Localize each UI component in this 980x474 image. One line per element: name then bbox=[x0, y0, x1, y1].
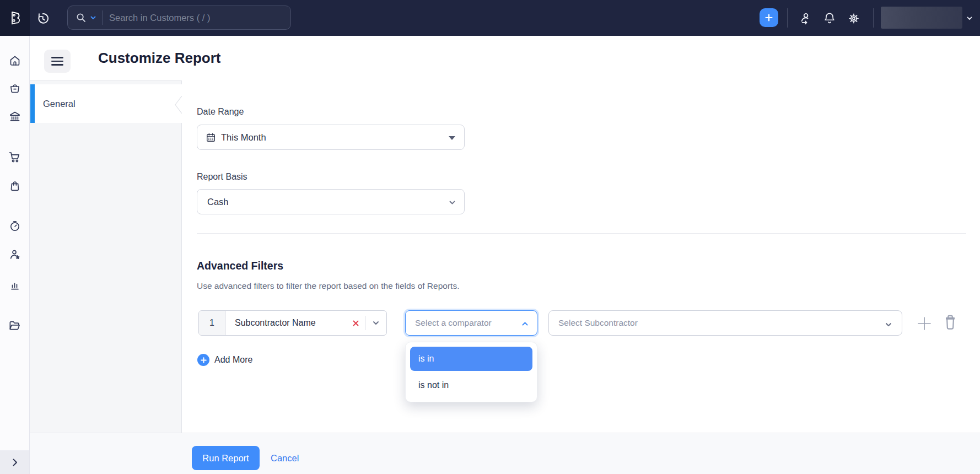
navbar-divider bbox=[787, 8, 788, 28]
collapse-panel-button[interactable] bbox=[44, 50, 71, 73]
time-tracking-icon bbox=[8, 219, 21, 233]
subcontractor-placeholder: Select Subcontractor bbox=[558, 318, 638, 328]
trash-icon bbox=[941, 313, 959, 332]
advanced-filters-title: Advanced Filters bbox=[197, 260, 283, 272]
notifications-button[interactable] bbox=[822, 11, 837, 25]
home-icon bbox=[8, 54, 21, 67]
add-filter-row-button[interactable] bbox=[916, 315, 933, 332]
field-divider bbox=[365, 316, 365, 330]
subcontractor-select[interactable]: Select Subcontractor bbox=[548, 310, 902, 336]
page-title: Customize Report bbox=[98, 36, 220, 80]
search-input[interactable]: Search in Customers ( / ) bbox=[109, 13, 210, 23]
app-root: Search in Customers ( / ) bbox=[0, 0, 980, 474]
referrals-button[interactable] bbox=[798, 11, 812, 25]
accountant-icon bbox=[8, 248, 21, 261]
navbar-divider bbox=[873, 8, 874, 28]
date-range-select[interactable]: This Month bbox=[197, 125, 465, 150]
comparator-dropdown: is in is not in bbox=[405, 342, 537, 402]
sidebar-item-time-tracking[interactable] bbox=[0, 216, 29, 236]
search-divider bbox=[102, 10, 103, 25]
documents-icon bbox=[8, 319, 21, 332]
sidebar-item-documents[interactable] bbox=[0, 315, 29, 335]
report-basis-label: Report Basis bbox=[197, 172, 247, 182]
comparator-placeholder: Select a comparator bbox=[415, 318, 492, 328]
referrals-icon bbox=[798, 11, 812, 26]
advanced-filters-description: Use advanced filters to filter the repor… bbox=[197, 281, 459, 291]
clear-x-icon bbox=[352, 320, 359, 327]
add-more-button[interactable]: Add More bbox=[197, 354, 252, 366]
org-name-redacted[interactable] bbox=[881, 7, 962, 29]
top-navbar: Search in Customers ( / ) bbox=[0, 0, 980, 36]
main-content: Date Range This Month Report Basis Cash … bbox=[182, 80, 980, 433]
quick-create-button[interactable] bbox=[760, 8, 778, 27]
chevron-down-icon bbox=[884, 320, 893, 329]
field-dropdown-button[interactable] bbox=[372, 319, 380, 327]
action-bar: Run Report Cancel bbox=[30, 433, 980, 474]
panel-notch bbox=[174, 96, 182, 114]
sidebar-item-purchases[interactable] bbox=[0, 176, 29, 196]
chevron-up-icon bbox=[521, 320, 529, 328]
tab-general-label: General bbox=[43, 99, 76, 109]
plus-icon bbox=[916, 315, 933, 332]
chevron-down-icon bbox=[372, 319, 380, 327]
items-icon bbox=[8, 82, 21, 95]
org-dropdown-caret-icon[interactable] bbox=[966, 14, 973, 22]
filter-index: 1 bbox=[199, 311, 225, 335]
run-report-button[interactable]: Run Report bbox=[192, 446, 260, 470]
add-more-plus-icon bbox=[197, 354, 209, 366]
app-logo[interactable] bbox=[0, 0, 30, 36]
date-range-value: This Month bbox=[221, 132, 266, 143]
global-search[interactable]: Search in Customers ( / ) bbox=[67, 6, 291, 30]
reports-icon bbox=[8, 278, 21, 292]
page-header: Customize Report bbox=[30, 36, 980, 80]
search-scope-caret-icon[interactable] bbox=[90, 14, 96, 21]
sidebar-item-banking[interactable] bbox=[0, 106, 29, 126]
expand-chevron-icon bbox=[10, 457, 20, 467]
customize-panel: General bbox=[30, 80, 182, 433]
report-basis-value: Cash bbox=[207, 197, 229, 207]
banking-icon bbox=[8, 110, 21, 123]
clear-field-button[interactable] bbox=[352, 320, 359, 327]
books-logo-icon bbox=[7, 10, 23, 26]
section-divider bbox=[197, 233, 966, 234]
notifications-bell-icon bbox=[822, 11, 837, 25]
caret-down-icon bbox=[449, 136, 455, 140]
sidebar-item-accountant[interactable] bbox=[0, 245, 29, 265]
filter-field-select[interactable]: 1 Subcontractor Name bbox=[198, 310, 387, 336]
comparator-option-is-in[interactable]: is in bbox=[410, 347, 532, 371]
tab-general[interactable]: General bbox=[30, 84, 182, 123]
history-icon bbox=[35, 11, 50, 26]
comparator-option-is-not-in[interactable]: is not in bbox=[410, 373, 532, 397]
report-basis-select[interactable]: Cash bbox=[197, 189, 465, 214]
chevron-down-icon bbox=[448, 198, 456, 207]
quick-create-plus-icon bbox=[764, 13, 773, 22]
calendar-icon bbox=[206, 132, 216, 143]
active-tab-indicator bbox=[30, 84, 35, 123]
add-more-label: Add More bbox=[214, 355, 252, 365]
sidebar-item-items[interactable] bbox=[0, 78, 29, 98]
sales-cart-icon bbox=[8, 150, 21, 164]
search-icon bbox=[76, 12, 87, 23]
recent-history-button[interactable] bbox=[34, 10, 51, 26]
delete-filter-row-button[interactable] bbox=[941, 313, 959, 332]
sidebar-expand-button[interactable] bbox=[0, 450, 29, 474]
cancel-button[interactable]: Cancel bbox=[271, 446, 299, 470]
sidebar-item-reports[interactable] bbox=[0, 275, 29, 295]
settings-button[interactable] bbox=[847, 11, 861, 25]
purchases-bag-icon bbox=[8, 179, 21, 192]
sidebar-item-home[interactable] bbox=[0, 51, 29, 71]
comparator-select[interactable]: Select a comparator bbox=[405, 310, 537, 336]
sidebar-item-sales[interactable] bbox=[0, 147, 29, 166]
filter-field-value: Subcontractor Name bbox=[235, 318, 349, 328]
date-range-label: Date Range bbox=[197, 107, 244, 117]
settings-gear-icon bbox=[847, 11, 861, 26]
primary-sidebar bbox=[0, 36, 30, 474]
